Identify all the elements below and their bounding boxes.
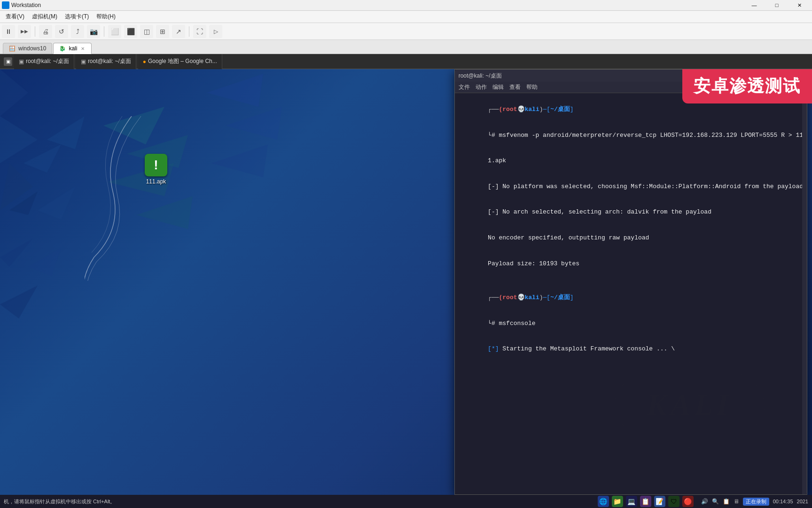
- search-icon[interactable]: 🔍: [712, 498, 719, 505]
- svg-marker-4: [23, 144, 61, 173]
- kali-app-icon-5[interactable]: 📝: [654, 496, 665, 507]
- menu-view[interactable]: 查看(V): [2, 12, 28, 22]
- toolbar-display1[interactable]: ⬜: [108, 25, 121, 38]
- term-line-blank: [459, 277, 803, 285]
- kali-app-icon-6[interactable]: 🛡: [668, 496, 679, 507]
- vm-window-tabs-bar: ▣ ▣ root@kali: ~/桌面 ▣ root@kali: ~/桌面 ● …: [0, 54, 812, 69]
- term-menu-edit[interactable]: 编辑: [492, 83, 504, 91]
- toolbar-pause2[interactable]: ▶▶: [18, 25, 31, 38]
- toolbar-sep-1: [35, 26, 35, 37]
- term-line-6: Payload size: 10193 bytes: [459, 251, 803, 277]
- term-menu-view[interactable]: 查看: [509, 83, 521, 91]
- toolbar-display3[interactable]: ◫: [140, 25, 153, 38]
- recording-badge: 正在录制: [743, 498, 769, 506]
- vm-tab-terminal-1-label: root@kali: ~/桌面: [26, 57, 69, 65]
- watermark-kali-text: KALI: [647, 388, 732, 422]
- title-text: Workstation: [11, 2, 41, 8]
- kali-watermark: KALI BY OFFENSIVE SECURITY: [600, 353, 779, 457]
- vm-tab-chrome-label: Google 地图 – Google Ch...: [148, 57, 217, 65]
- terminal-scrollbar[interactable]: [802, 93, 807, 494]
- maximize-button[interactable]: □: [766, 0, 788, 11]
- status-right: 🌐 📁 💻 📋 📝 🛡 🔴 🔊 🔍 📋 🖥 正在录制 00:14:35 2021: [598, 496, 808, 507]
- kali-app-icon-2[interactable]: 📁: [612, 496, 623, 507]
- vm-tab-chrome[interactable]: ● Google 地图 – Google Ch...: [138, 54, 222, 69]
- tab-kali-label: kali: [69, 45, 77, 52]
- terminal-window: root@kali: ~/桌面 — □ ✕ 文件 动作 编辑 查看 帮助: [454, 69, 807, 495]
- menu-bar: 查看(V) 虚拟机(M) 选项卡(T) 帮助(H): [0, 11, 812, 23]
- toolbar: ⏸ ▶▶ 🖨 ↺ ⤴ 📷 ⬜ ⬛ ◫ ⊞ ↗ ⛶ ▷: [0, 23, 812, 40]
- term-line-4: [-] No arch selected, selecting arch: da…: [459, 199, 803, 225]
- virtualbox-title-bar: Workstation — □ ✕: [0, 0, 812, 11]
- svg-marker-14: [207, 74, 263, 107]
- overlay-banner-text: 安卓渗透测试: [694, 76, 801, 95]
- svg-marker-7: [0, 238, 33, 267]
- svg-marker-9: [0, 286, 38, 318]
- term-menu-action[interactable]: 动作: [476, 83, 487, 91]
- tab-kali-icon: 🐉: [59, 46, 66, 52]
- term-line-2b: 1.apk: [459, 148, 803, 174]
- term-line-9: └# msfconsole: [459, 311, 803, 337]
- clipboard-icon[interactable]: 📋: [723, 498, 730, 505]
- toolbar-fullscreen[interactable]: ▷: [209, 25, 222, 38]
- status-bar: 机，请将鼠标指针从虚拟机中移出或按 Ctrl+Alt。 🌐 📁 💻 📋 📝 🛡 …: [0, 495, 812, 508]
- kali-app-icon-3[interactable]: 💻: [626, 496, 637, 507]
- status-left-text: 机，请将鼠标指针从虚拟机中移出或按 Ctrl+Alt。: [4, 498, 115, 505]
- toolbar-sep-2: [104, 26, 104, 37]
- svg-marker-1: [0, 116, 38, 163]
- term-menu-help[interactable]: 帮助: [526, 83, 538, 91]
- status-time: 00:14:35: [773, 499, 793, 504]
- tab-windows10-label: windows10: [18, 45, 46, 52]
- toolbar-reset[interactable]: 🖨: [39, 25, 52, 38]
- toolbar-sep-3: [189, 26, 189, 37]
- terminal-content[interactable]: KALI BY OFFENSIVE SECURITY ┌──(root💀kali…: [455, 93, 807, 494]
- term-menu-file[interactable]: 文件: [459, 83, 470, 91]
- terminal-title: root@kali: ~/桌面: [459, 72, 502, 80]
- vm-tab-terminal-2-icon: ▣: [81, 58, 86, 65]
- app-icon: [2, 1, 9, 9]
- svg-marker-8: [28, 248, 61, 276]
- toolbar-camera[interactable]: 📷: [87, 25, 100, 38]
- tab-windows10[interactable]: 🪟 windows10: [3, 43, 52, 54]
- minimize-button[interactable]: —: [743, 0, 765, 11]
- toolbar-display2[interactable]: ⬛: [124, 25, 137, 38]
- vm-tab-icon-0: ▣: [4, 57, 12, 66]
- toolbar-display5[interactable]: ↗: [172, 25, 185, 38]
- toolbar-snapshot[interactable]: ⤴: [71, 25, 84, 38]
- desktop-area: ! 111.apk root@kali: ~/桌面 — □ ✕ 文件 动作 编辑: [0, 69, 812, 495]
- svg-marker-16: [211, 144, 268, 177]
- svg-marker-6: [47, 116, 85, 149]
- display-icon[interactable]: 🖥: [734, 498, 739, 505]
- toolbar-refresh[interactable]: ↺: [55, 25, 68, 38]
- term-line-5: No encoder specified, outputting raw pay…: [459, 225, 803, 251]
- kali-app-icon-1[interactable]: 🌐: [598, 496, 609, 507]
- term-line-3: [-] No platform was selected, choosing M…: [459, 174, 803, 200]
- toolbar-scale[interactable]: ⛶: [193, 25, 206, 38]
- menu-help[interactable]: 帮助(H): [93, 12, 119, 22]
- overlay-banner: 安卓渗透测试: [682, 69, 812, 103]
- tab-kali-close[interactable]: ✕: [80, 46, 86, 51]
- kali-app-icon-4[interactable]: 📋: [640, 496, 651, 507]
- svg-marker-0: [0, 69, 28, 116]
- svg-marker-5: [38, 187, 75, 220]
- window-controls: — □ ✕: [743, 0, 810, 11]
- tab-windows10-icon: 🪟: [9, 46, 16, 52]
- sound-icon[interactable]: 🔊: [701, 498, 708, 505]
- kali-dragon-lines: [85, 116, 216, 281]
- vm-tab-chrome-icon: ●: [143, 58, 146, 65]
- toolbar-pause[interactable]: ⏸: [2, 25, 15, 38]
- term-line-2: └# msfvenom -p android/meterpreter/rever…: [459, 123, 803, 149]
- kali-app-icon-7[interactable]: 🔴: [682, 496, 694, 507]
- tabs-bar: 🪟 windows10 🐉 kali ✕: [0, 40, 812, 54]
- tab-kali[interactable]: 🐉 kali ✕: [53, 43, 92, 54]
- menu-tabs[interactable]: 选项卡(T): [61, 12, 93, 22]
- status-date: 2021: [797, 499, 808, 504]
- toolbar-display4[interactable]: ⊞: [156, 25, 169, 38]
- vm-tab-terminal-2[interactable]: ▣ root@kali: ~/桌面: [76, 54, 136, 69]
- menu-vm[interactable]: 虚拟机(M): [28, 12, 61, 22]
- vm-tab-terminal-1[interactable]: ▣ root@kali: ~/桌面: [14, 54, 74, 69]
- svg-marker-15: [226, 107, 282, 140]
- term-line-8: ┌──(root💀kali)─[~/桌面]: [459, 285, 803, 311]
- close-button[interactable]: ✕: [789, 0, 810, 11]
- watermark-offensive-text: BY OFFENSIVE SECURITY: [639, 450, 740, 457]
- vm-tab-terminal-2-label: root@kali: ~/桌面: [88, 57, 131, 65]
